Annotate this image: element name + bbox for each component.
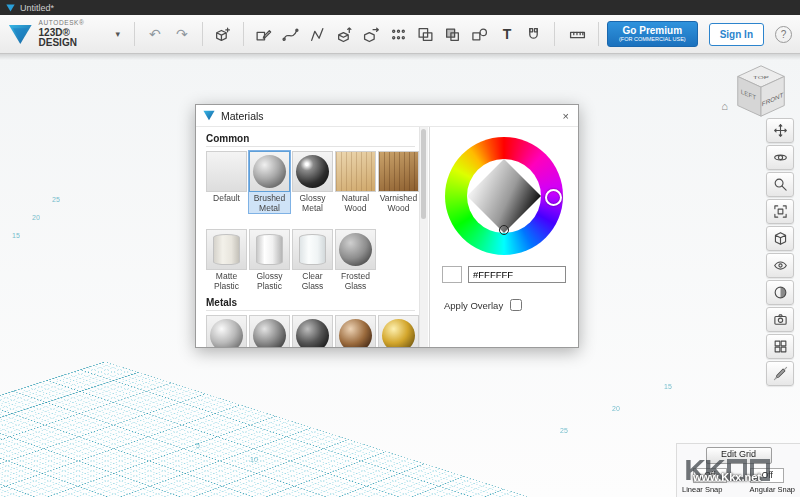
viewport-3d[interactable]: 25 20 15 25 20 15 5 10 TOP FRONT LEFT ⌂ [0,54,800,497]
construct-button[interactable] [333,21,357,47]
sketch-visibility-icon [773,366,788,381]
combine-button[interactable] [441,21,465,47]
app-logo-icon [203,110,215,121]
sketch-icon [255,26,272,43]
section-header-metals: Metals [206,297,415,311]
undo-button[interactable]: ↶ [143,21,167,47]
pan-button[interactable] [766,118,794,143]
dialog-title: Materials [221,110,264,122]
group-icon [417,26,434,43]
view-cube-button[interactable] [766,226,794,251]
pattern-icon [390,26,407,43]
materials-view-button[interactable] [766,334,794,359]
orbit-button[interactable] [766,145,794,170]
hex-color-input[interactable] [468,266,566,283]
go-premium-sublabel: (FOR COMMERCIAL USE) [619,36,686,42]
text-icon: T [503,26,512,42]
apply-overlay-label: Apply Overlay [444,300,503,311]
primitives-button[interactable] [211,21,235,47]
material-item-matte-plastic[interactable]: Matte Plastic [206,229,247,291]
help-button[interactable]: ? [775,26,792,43]
scrollbar-thumb[interactable] [421,129,426,219]
hue-indicator[interactable] [545,189,562,206]
combine-icon [444,26,461,43]
edit-grid-button[interactable]: Edit Grid [706,447,772,464]
construct-icon [336,26,353,43]
material-label: Clear Glass [292,272,333,291]
shaded-view-button[interactable] [766,280,794,305]
material-item-metal-3[interactable] [292,315,333,347]
toolbar-separator [134,22,135,46]
close-icon[interactable]: × [561,110,571,122]
view-cube-top-label: TOP [753,75,769,80]
material-item-brushed-metal[interactable]: Brushed Metal [249,151,290,213]
main-toolbar: AUTODESK® 123D® DESIGN ▾ ↶ ↷ [0,15,800,54]
fit-view-button[interactable] [766,199,794,224]
undo-icon: ↶ [149,26,161,42]
materials-dialog-header[interactable]: Materials × [196,105,578,127]
measure-button[interactable] [566,21,590,47]
linear-snap-select[interactable]: Off [693,468,727,483]
material-item-glossy-plastic[interactable]: Glossy Plastic [249,229,290,291]
materials-list[interactable]: Common Default Brushed Metal Glossy M [196,127,429,347]
material-label: Frosted Glass [335,272,376,291]
material-thumbnail [378,315,419,347]
material-thumbnail [378,151,419,192]
shaded-view-icon [773,285,788,300]
grid-axis-label: 25 [560,427,568,434]
material-item-varnished-wood[interactable]: Varnished Wood [378,151,419,213]
apply-overlay-checkbox[interactable] [510,299,522,311]
material-item-metal-2[interactable] [249,315,290,347]
align-button[interactable] [468,21,492,47]
view-cube[interactable]: TOP FRONT LEFT [730,60,792,126]
grid-axis-label: 20 [32,214,40,221]
grid-axis-label: 20 [612,405,620,412]
polyline-button[interactable] [306,21,330,47]
material-item-clear-glass[interactable]: Clear Glass [292,229,333,291]
modify-button[interactable] [360,21,384,47]
screenshot-button[interactable] [766,307,794,332]
material-item-metal-5[interactable] [378,315,419,347]
materials-dialog: Materials × Common Default Brushed Metal [195,104,579,348]
material-item-default[interactable]: Default [206,151,247,213]
color-wheel[interactable] [445,137,563,255]
orbit-icon [773,150,788,165]
sign-in-button[interactable]: Sign In [709,23,764,46]
pattern-button[interactable] [387,21,411,47]
snap-panel: Edit Grid Off Off Linear Snap Angular Sn… [676,443,800,497]
grid-axis-label: 10 [250,456,258,463]
angular-snap-select[interactable]: Off [750,468,784,483]
color-swatch [442,266,462,283]
material-item-frosted-glass[interactable]: Frosted Glass [335,229,376,291]
main-menu-chevron-icon[interactable]: ▾ [109,29,126,39]
go-premium-label: Go Premium [619,25,686,36]
zoom-button[interactable] [766,172,794,197]
material-label: Glossy Metal [292,194,333,213]
home-view-icon[interactable]: ⌂ [721,100,728,112]
linear-snap-label: Linear Snap [682,485,722,494]
sketch-visibility-button[interactable] [766,361,794,386]
polyline-icon [309,26,326,43]
angular-snap-label: Angular Snap [750,485,795,494]
material-item-glossy-metal[interactable]: Glossy Metal [292,151,333,213]
material-item-metal-1[interactable] [206,315,247,347]
material-item-metal-4[interactable] [335,315,376,347]
text-button[interactable]: T [495,21,519,47]
section-header-common: Common [206,133,415,147]
app-logo-icon [6,4,15,12]
saturation-value-indicator[interactable] [499,225,509,235]
material-thumbnail [335,315,376,347]
materials-scrollbar[interactable] [419,127,428,347]
material-item-natural-wood[interactable]: Natural Wood [335,151,376,213]
toolbar-separator [598,22,599,46]
align-icon [471,26,488,43]
look-at-button[interactable] [766,253,794,278]
spline-button[interactable] [279,21,303,47]
snap-button[interactable] [522,21,546,47]
redo-button[interactable]: ↷ [170,21,194,47]
sketch-button[interactable] [252,21,276,47]
go-premium-button[interactable]: Go Premium (FOR COMMERCIAL USE) [607,21,698,46]
materials-view-icon [773,339,788,354]
brand-line1: AUTODESK® [39,20,105,27]
group-button[interactable] [414,21,438,47]
